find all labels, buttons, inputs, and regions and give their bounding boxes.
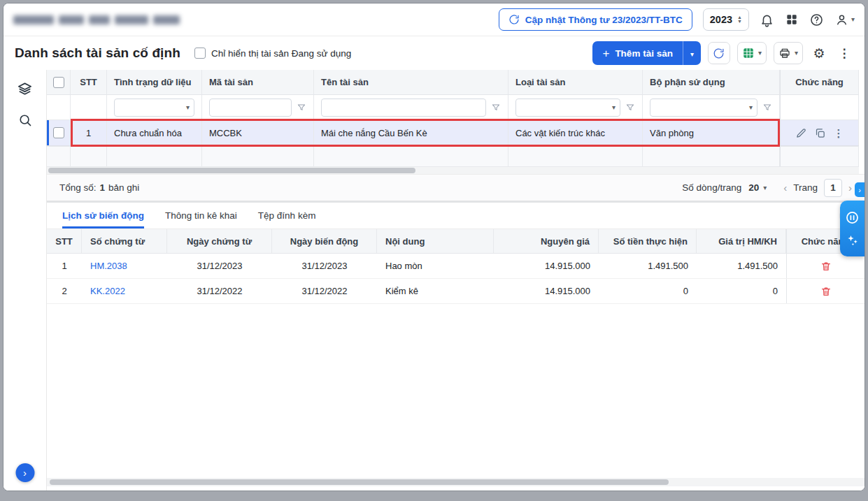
refresh-button[interactable] <box>708 42 730 64</box>
filter-funnel-icon[interactable] <box>762 103 772 112</box>
col-header-change-date: Ngày biến động <box>272 229 377 253</box>
detail-horizontal-scrollbar[interactable] <box>47 478 865 486</box>
collapse-right-panel-tab[interactable]: › <box>855 182 865 197</box>
grid-footer: Tổng số: 1 bản ghi Số dòng/trang 20 ▾ ‹ … <box>47 174 865 201</box>
more-options-icon[interactable]: ⋮ <box>835 42 853 64</box>
document-link[interactable]: KK.2022 <box>90 286 125 296</box>
col-header-status[interactable]: Tình trạng dữ liệu <box>107 70 202 94</box>
cell-content: Hao mòn <box>377 254 494 278</box>
select-all-checkbox[interactable] <box>53 77 64 88</box>
filter-funnel-icon[interactable] <box>625 103 635 112</box>
chevron-right-icon: › <box>23 467 27 478</box>
update-button-label: Cập nhật Thông tư 23/2023/TT-BTC <box>525 15 683 25</box>
rows-per-page-label: Số dòng/trang <box>682 182 741 193</box>
history-row[interactable]: 1 HM.2038 31/12/2023 31/12/2023 Hao mòn … <box>47 254 865 279</box>
cell-original-cost: 14.915.000 <box>494 254 599 278</box>
update-circular-button[interactable]: Cập nhật Thông tư 23/2023/TT-BTC <box>499 8 692 31</box>
col-header-doc-date: Ngày chứng từ <box>167 229 272 253</box>
copy-document-icon[interactable] <box>814 127 826 139</box>
cell-doc-date: 31/12/2023 <box>167 254 272 278</box>
settings-gear-icon[interactable]: ⚙ <box>810 42 828 64</box>
cell-doc-date: 31/12/2022 <box>167 279 272 303</box>
asset-grid: STT Tình trạng dữ liệu Mã tài sản Tên tà… <box>47 70 865 174</box>
filter-funnel-icon[interactable] <box>297 103 306 112</box>
cell-executed-amount: 0 <box>599 279 697 303</box>
grid-summary-row <box>47 146 859 167</box>
only-in-use-checkbox[interactable]: Chỉ hiển thị tài sản Đang sử dụng <box>194 48 351 59</box>
caret-down-icon: ▾ <box>612 104 616 111</box>
user-caret-icon: ▾ <box>851 16 855 23</box>
add-asset-dropdown-button[interactable]: ▾ <box>683 41 701 65</box>
page-header: Danh sách tài sản cố định Chỉ hiển thị t… <box>3 36 865 70</box>
tab-lich-su-bien-dong[interactable]: Lịch sử biến động <box>62 203 144 228</box>
total-label: Tổng số: <box>59 182 97 193</box>
user-account-icon[interactable]: ▾ <box>834 13 855 27</box>
notifications-bell-icon[interactable] <box>760 13 774 27</box>
scrollbar-thumb[interactable] <box>48 168 415 173</box>
caret-down-icon: ▾ <box>690 50 694 58</box>
cell-stt: 1 <box>71 120 107 145</box>
filter-code-input[interactable] <box>214 102 287 112</box>
tab-tep-dinh-kem[interactable]: Tệp đính kèm <box>258 203 316 228</box>
page-number-box[interactable]: 1 <box>824 179 842 197</box>
total-value: 1 <box>100 182 106 193</box>
sync-icon <box>508 14 520 25</box>
scrollbar-thumb[interactable] <box>50 479 669 485</box>
delete-trash-icon[interactable] <box>820 286 832 297</box>
col-header-stt[interactable]: STT <box>71 70 107 94</box>
search-icon[interactable] <box>17 112 33 128</box>
edit-pencil-icon[interactable] <box>795 127 807 139</box>
history-table-header: STT Số chứng từ Ngày chứng từ Ngày biến … <box>47 229 865 254</box>
rows-per-page-select[interactable]: 20 ▾ <box>748 182 767 193</box>
year-stepper-icon[interactable]: ▲▼ <box>737 15 742 24</box>
filter-type-select[interactable]: ▾ <box>515 99 620 117</box>
print-button[interactable]: ▾ <box>774 42 803 64</box>
checkbox-box[interactable] <box>194 48 206 59</box>
grid-horizontal-scrollbar[interactable] <box>47 167 859 174</box>
prev-page-button[interactable]: ‹ <box>783 182 787 194</box>
detail-scroll-area <box>47 475 865 491</box>
row-selected-indicator <box>47 120 49 145</box>
export-excel-button[interactable]: ▾ <box>737 42 767 64</box>
expand-sidebar-button[interactable]: › <box>15 463 34 482</box>
col-header-code[interactable]: Mã tài sản <box>202 70 314 94</box>
col-header-department[interactable]: Bộ phận sử dụng <box>643 70 780 94</box>
help-icon[interactable] <box>809 13 824 27</box>
filter-department-select[interactable]: ▾ <box>650 99 757 117</box>
filter-status-select[interactable]: ▾ <box>114 99 194 117</box>
row-select-checkbox[interactable] <box>53 127 64 138</box>
filter-name-input[interactable] <box>326 102 481 112</box>
quick-report-icon[interactable] <box>845 210 860 225</box>
asset-grid-filter-row: ▾ <box>47 95 859 120</box>
year-selector[interactable]: 2023 ▲▼ <box>703 8 749 31</box>
year-value: 2023 <box>710 14 732 25</box>
only-in-use-label: Chỉ hiển thị tài sản Đang sử dụng <box>211 48 351 59</box>
row-more-options-icon[interactable]: ⋮ <box>834 128 844 138</box>
caret-down-icon: ▾ <box>795 50 798 57</box>
tab-thong-tin-ke-khai[interactable]: Thông tin kê khai <box>165 203 237 228</box>
cell-content: Kiểm kê <box>377 279 494 303</box>
history-row[interactable]: 2 KK.2022 31/12/2022 31/12/2022 Kiểm kê … <box>47 279 865 304</box>
cell-change-date: 31/12/2022 <box>272 279 377 303</box>
filter-funnel-icon[interactable] <box>491 103 501 112</box>
header-actions: + Thêm tài sản ▾ ▾ ▾ <box>592 41 853 65</box>
asset-row[interactable]: 1 Chưa chuẩn hóa MCCBK Mái che nắng Cầu … <box>47 120 859 146</box>
next-page-button[interactable]: › <box>848 182 852 194</box>
document-link[interactable]: HM.2038 <box>90 261 127 271</box>
col-header-stt: STT <box>47 229 82 253</box>
apps-grid-icon[interactable] <box>785 13 799 27</box>
cell-stt: 2 <box>47 279 82 303</box>
cell-original-cost: 14.915.000 <box>494 279 599 303</box>
pagination: Số dòng/trang 20 ▾ ‹ Trang 1 › <box>682 179 852 197</box>
cell-hm-value: 0 <box>697 279 786 303</box>
col-header-name[interactable]: Tên tài sản <box>314 70 508 94</box>
asset-groups-layers-icon[interactable] <box>17 81 33 97</box>
suggestions-sparkle-icon[interactable] <box>846 233 860 247</box>
add-asset-label: Thêm tài sản <box>615 48 673 59</box>
caret-down-icon: ▾ <box>763 184 767 191</box>
cell-executed-amount: 1.491.500 <box>599 254 697 278</box>
col-header-type[interactable]: Loại tài sản <box>508 70 643 94</box>
add-asset-button[interactable]: + Thêm tài sản <box>592 41 682 65</box>
delete-trash-icon[interactable] <box>820 261 832 272</box>
chevron-right-icon: › <box>858 186 861 194</box>
